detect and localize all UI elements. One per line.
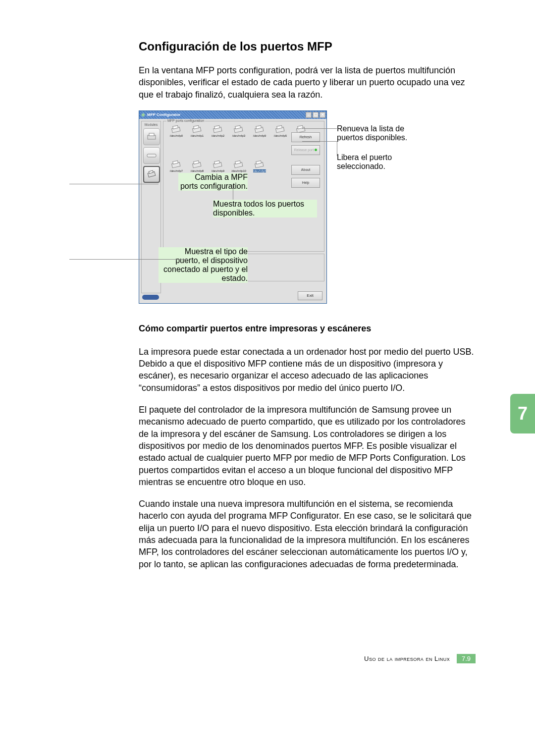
svg-rect-3 <box>147 154 156 157</box>
callout-refresh: Renueva la lista de puertos disponibles. <box>337 124 431 142</box>
port-item[interactable]: /dev/mfp4 <box>250 160 269 193</box>
release-dot-icon <box>315 149 317 151</box>
window-minimize-icon[interactable]: – <box>306 112 312 118</box>
scanner-icon <box>146 152 157 159</box>
footer-chapter-name: Uso de la impresora en Linux <box>364 655 450 662</box>
window-title: MFP Configurator <box>147 112 180 117</box>
svg-marker-0 <box>141 113 145 117</box>
window-maximize-icon[interactable]: ☐ <box>313 112 319 118</box>
brand-logo <box>142 295 159 300</box>
printer-icon <box>253 124 267 134</box>
printer-icon <box>211 160 225 169</box>
printer-icon <box>190 160 204 169</box>
paragraph-1: La impresora puede estar conectada a un … <box>139 346 476 394</box>
port-icon <box>145 168 158 180</box>
page-footer: Uso de la impresora en Linux 7.9 <box>139 654 476 663</box>
port-item[interactable]: /dev/mfp1 <box>187 124 207 158</box>
subsection-heading: Cómo compartir puertos entre impresoras … <box>139 324 476 334</box>
help-button[interactable]: Help <box>291 178 320 188</box>
paragraph-3: Cuando instale una nueva impresora multi… <box>139 498 476 570</box>
configurator-figure: MFP Configurator – ☐ ✕ Modules <box>139 110 476 309</box>
intro-paragraph: En la ventana MFP ports configuration, p… <box>139 64 476 101</box>
port-item[interactable]: /dev/mfp3 <box>229 124 249 158</box>
port-item[interactable]: /dev/mfp2 <box>208 124 228 158</box>
svg-rect-2 <box>149 133 154 136</box>
window-close-icon[interactable]: ✕ <box>320 112 325 118</box>
printer-icon <box>253 160 267 169</box>
modules-label: Modules <box>143 123 159 126</box>
module-scanners-icon[interactable] <box>143 147 160 164</box>
footer-page-number: 7.9 <box>457 654 476 663</box>
port-item[interactable]: /dev/mfp5 <box>270 124 290 158</box>
about-button[interactable]: About <box>291 165 320 175</box>
printer-icon <box>169 124 183 134</box>
callout-modules: Cambia a MPF ports configuration. <box>178 173 248 191</box>
release-port-label: Release port <box>294 148 314 152</box>
callout-release: Libera el puerto seleccionado. <box>337 153 426 171</box>
ports-legend: MFP ports configuration <box>166 119 205 122</box>
exit-button[interactable]: Exit <box>298 291 322 300</box>
refresh-button[interactable]: Refresh <box>291 132 320 142</box>
printer-icon <box>190 124 204 134</box>
port-item[interactable]: /dev/mfp0 <box>166 124 186 158</box>
printer-icon <box>232 160 246 169</box>
modules-panel: Modules <box>141 121 161 293</box>
module-printers-icon[interactable] <box>143 128 160 145</box>
section-heading: Configuración de los puertos MFP <box>139 40 476 54</box>
window-icon <box>141 112 146 117</box>
printer-icon <box>211 124 225 134</box>
chapter-tab: 7 <box>510 394 535 433</box>
paragraph-2: El paquete del controlador de la impreso… <box>139 404 476 488</box>
callout-ports-box: Muestra todos los puertos disponibles. <box>213 200 317 217</box>
printer-icon <box>169 160 183 169</box>
window-titlebar: MFP Configurator – ☐ ✕ <box>139 111 326 119</box>
printer-icon <box>146 132 157 141</box>
callout-selected-port: Muestra el tipo de puerto, el dispositiv… <box>159 247 248 283</box>
printer-icon <box>273 124 287 134</box>
release-port-button[interactable]: Release port <box>291 145 320 155</box>
module-ports-icon[interactable] <box>143 166 160 183</box>
printer-icon <box>232 124 246 134</box>
port-item[interactable]: /dev/mfp9 <box>250 124 269 158</box>
